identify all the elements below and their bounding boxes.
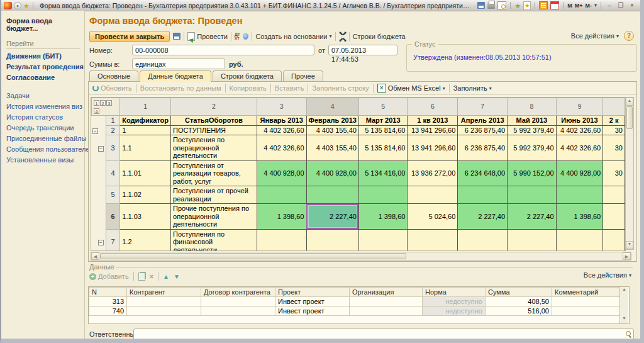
column-number-5[interactable]: 5 — [358, 98, 407, 116]
titlebar-chevron-icon[interactable]: ▾ — [594, 3, 597, 8]
sums-field[interactable]: единицах — [132, 59, 225, 69]
cell-article[interactable]: Поступления по финансовой деятельности — [171, 229, 257, 251]
cell-value[interactable] — [458, 229, 508, 251]
sidebar-item-2[interactable]: Согласование — [6, 74, 84, 81]
data-table-cell[interactable]: 516,00 — [486, 306, 552, 316]
all-actions-button[interactable]: Все действия▾ — [571, 32, 619, 40]
cell-value[interactable]: 1 398,60 — [556, 204, 603, 230]
cell-value[interactable] — [508, 229, 556, 251]
delete-row-icon[interactable]: × — [150, 273, 153, 280]
number-field[interactable]: 00-000008 — [132, 45, 314, 55]
data-table-header-2[interactable]: Договор контрагента — [201, 288, 275, 297]
cell-value[interactable] — [257, 229, 306, 251]
data-table-header-6[interactable]: Сумма — [486, 288, 552, 297]
grid-toolbar-item-0[interactable]: Обновить — [92, 84, 132, 92]
calculator-icon[interactable] — [539, 1, 548, 9]
cell-value[interactable]: 5 135 814,60 — [358, 135, 407, 161]
cell-article[interactable]: ПОСТУПЛЕНИЯ — [171, 125, 257, 135]
post-and-close-button[interactable]: Провести и закрыть — [89, 31, 170, 42]
close-button[interactable]: × — [628, 2, 636, 9]
cell-article[interactable]: Поступления от реализации товаров, работ… — [171, 160, 257, 186]
cell-code[interactable]: 1.2 — [120, 229, 171, 251]
cell-value[interactable] — [508, 186, 556, 204]
lamp-icon[interactable] — [243, 33, 248, 39]
data-table-header-7[interactable]: Комментарий — [552, 288, 621, 297]
cell-value[interactable]: 5 992 379,40 — [508, 135, 556, 161]
cell-article[interactable]: Поступления по операционной деятельности — [171, 135, 257, 161]
data-table-header-5[interactable]: Норма — [423, 288, 486, 297]
budget-lines-button[interactable]: Строки бюджета — [353, 33, 406, 40]
post-button[interactable]: Провести — [187, 32, 228, 41]
data-table-cell[interactable] — [127, 306, 201, 316]
cell-value[interactable] — [306, 229, 358, 251]
cell-article[interactable]: Прочие поступления по операционной деяте… — [171, 204, 257, 230]
data-table-header-4[interactable]: Организация — [350, 288, 423, 297]
tab-3[interactable]: Прочее — [283, 70, 323, 82]
restore-button[interactable]: ❐ — [616, 2, 625, 9]
calendar-icon[interactable] — [550, 1, 559, 9]
print-icon[interactable] — [487, 2, 495, 9]
sidebar-link-4[interactable]: Присоединенные файлы — [6, 135, 84, 142]
tab-0[interactable]: Основные — [89, 70, 138, 82]
cell-value[interactable]: 4 400 928,00 — [556, 160, 603, 186]
data-table-header-3[interactable]: Проект — [275, 288, 350, 297]
cell-value[interactable] — [603, 186, 625, 204]
column-number-3[interactable]: 3 — [257, 98, 306, 116]
sidebar-link-1[interactable]: История изменения виз — [6, 103, 84, 110]
cell-code[interactable]: 1.1.01 — [120, 160, 171, 186]
cell-code[interactable]: 1.1.02 — [120, 186, 171, 204]
cell-value[interactable]: 4 400 928,00 — [306, 160, 358, 186]
data-table-cell[interactable]: 313 — [89, 297, 127, 306]
cell-code[interactable]: 1.1 — [120, 135, 171, 161]
sheet-header-7[interactable]: Май 2013 — [508, 116, 556, 126]
column-number-6[interactable]: 6 — [408, 98, 458, 116]
dtkt-icon[interactable]: ДтКт — [235, 33, 240, 40]
data-table-cell[interactable] — [552, 306, 621, 316]
sheet-vertical-scrollbar[interactable]: ▲ ▼ — [625, 97, 634, 250]
row-number-3[interactable]: 3 — [106, 135, 120, 161]
cell-value[interactable]: 4 403 155,40 — [306, 125, 358, 135]
cell-value[interactable]: 30 — [603, 125, 625, 135]
cell-value[interactable] — [306, 186, 358, 204]
save-document-icon[interactable] — [173, 33, 180, 40]
memory-mplus-button[interactable]: М+ — [575, 3, 583, 9]
sidebar-item-0[interactable]: Движения (БИТ) — [6, 52, 84, 60]
sidebar-link-2[interactable]: История статусов — [6, 113, 84, 121]
cell-value[interactable]: 2 227,40 — [306, 204, 358, 230]
sheet-header-5[interactable]: 1 кв 2013 — [408, 116, 458, 126]
cell-value[interactable] — [358, 186, 407, 204]
cell-article[interactable]: Поступления от прочей реализации — [171, 186, 257, 204]
grid-toolbar-item-1[interactable]: Восстановить по данным — [140, 84, 221, 92]
cell-value[interactable]: 4 400 928,00 — [257, 160, 306, 186]
cell-value[interactable] — [458, 186, 508, 204]
status-value[interactable]: Утверждена (изменен:08.05.2013 10:57:51) — [413, 53, 552, 61]
row-number-5[interactable]: 5 — [106, 186, 120, 204]
data-table-cell[interactable]: Инвест проект — [275, 306, 350, 316]
row-number-1[interactable]: 1 — [106, 116, 120, 126]
row-number-6[interactable]: 6 — [106, 204, 120, 230]
add-row-button[interactable]: + Добавить — [89, 273, 129, 280]
cell-value[interactable] — [603, 229, 625, 251]
sheet-header-9[interactable]: 2 к — [603, 116, 625, 126]
help-icon[interactable]: ? — [624, 31, 634, 41]
cell-code[interactable]: 1 — [120, 125, 171, 135]
sidebar-link-0[interactable]: Задачи — [6, 92, 84, 99]
cell-value[interactable] — [257, 186, 306, 204]
grid-toolbar-item-3[interactable]: Вставить — [275, 84, 304, 92]
data-table-scrollbar[interactable]: ▲ ▼ — [619, 287, 628, 323]
cell-value[interactable]: 1 398,60 — [257, 204, 306, 230]
cell-value[interactable]: 2 227,40 — [508, 204, 556, 230]
cell-value[interactable]: 13 941 296,60 — [408, 125, 458, 135]
fullscreen-icon[interactable]: ⬉⬈⬋⬊ — [339, 30, 346, 43]
cell-value[interactable] — [556, 186, 603, 204]
cell-value[interactable]: 13 941 296,60 — [408, 135, 458, 161]
sidebar-link-5[interactable]: Сообщения пользователей — [6, 145, 84, 153]
column-number-2[interactable]: 2 — [171, 98, 257, 116]
cell-value[interactable] — [408, 229, 458, 251]
cell-value[interactable]: 2 227,40 — [458, 204, 508, 230]
cell-value[interactable]: 6 234 648,00 — [458, 160, 508, 186]
tree-collapse-icon[interactable]: − — [98, 240, 104, 245]
data-table-cell[interactable] — [350, 306, 423, 316]
print-preview-icon[interactable] — [497, 1, 506, 9]
column-number-4[interactable]: 4 — [306, 98, 358, 116]
